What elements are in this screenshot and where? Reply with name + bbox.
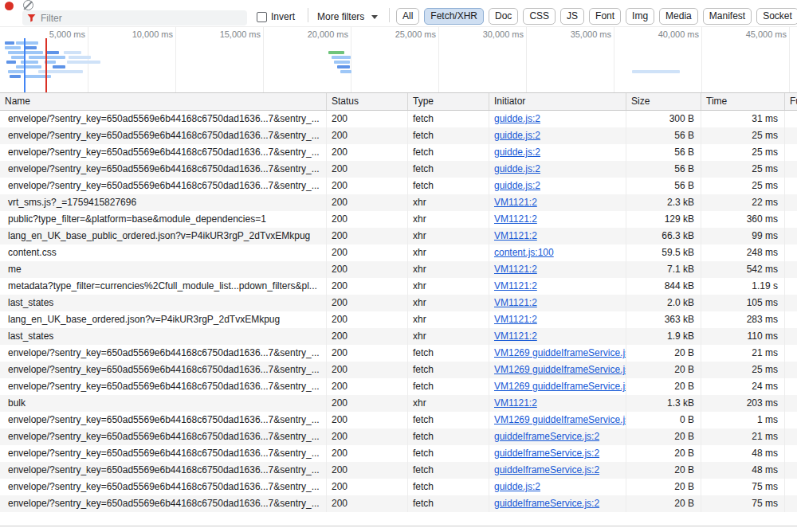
initiator-link[interactable]: guidde.js:2 <box>494 130 540 141</box>
table-row[interactable]: last_states 200 xhr VM1121:2 1.9 kB 110 … <box>0 328 797 345</box>
request-fulfilled <box>785 412 797 428</box>
initiator-link[interactable]: VM1121:2 <box>494 314 537 325</box>
table-row[interactable]: envelope/?sentry_key=650ad5569e6b44168c6… <box>0 178 797 194</box>
initiator-link[interactable]: VM1121:2 <box>494 297 537 308</box>
table-row[interactable]: envelope/?sentry_key=650ad5569e6b44168c6… <box>0 412 797 428</box>
table-row[interactable]: last_states 200 xhr VM1121:2 2.0 kB 105 … <box>0 295 797 311</box>
initiator-link[interactable]: guidde.js:2 <box>494 163 540 174</box>
initiator-link[interactable]: VM1121:2 <box>494 397 537 409</box>
request-time: 21 ms <box>701 345 785 362</box>
table-row[interactable]: lang_en_UK_base_ordered.json?v=P4ikUR3rg… <box>0 311 797 328</box>
request-name: envelope/?sentry_key=650ad5569e6b44168c6… <box>0 111 327 127</box>
record-icon[interactable] <box>5 2 14 10</box>
request-type: xhr <box>408 278 489 295</box>
request-size: 59.5 kB <box>626 244 701 261</box>
column-header-init[interactable]: Initiator <box>489 93 626 110</box>
table-row[interactable]: envelope/?sentry_key=650ad5569e6b44168c6… <box>0 161 797 178</box>
request-time: 1 ms <box>701 412 785 428</box>
table-row[interactable]: envelope/?sentry_key=650ad5569e6b44168c6… <box>0 378 797 395</box>
filter-chip-socket[interactable]: Socket <box>756 8 797 25</box>
invert-checkbox[interactable] <box>257 12 267 22</box>
table-row[interactable]: envelope/?sentry_key=650ad5569e6b44168c6… <box>0 111 797 127</box>
invert-filter-control[interactable]: Invert <box>257 11 295 22</box>
initiator-link[interactable]: VM1121:2 <box>494 331 537 342</box>
overview-request-bar <box>67 61 100 64</box>
initiator-link[interactable]: VM1269 guiddeIframeService.js <box>494 381 626 392</box>
table-row[interactable]: envelope/?sentry_key=650ad5569e6b44168c6… <box>0 144 797 161</box>
filter-chip-font[interactable]: Font <box>589 8 621 25</box>
initiator-link[interactable]: VM1121:2 <box>494 264 537 275</box>
initiator-link[interactable]: guiddeIframeService.js:2 <box>494 431 599 442</box>
table-row[interactable]: lang_en_UK_base_public_ordered.json?v=P4… <box>0 228 797 244</box>
request-fulfilled <box>785 211 797 228</box>
column-header-time[interactable]: Time <box>701 93 785 110</box>
table-row[interactable]: public?type_filter=&platform=base&module… <box>0 211 797 228</box>
filter-chip-js[interactable]: JS <box>560 8 584 25</box>
request-status: 200 <box>327 127 408 144</box>
filter-box[interactable] <box>22 10 247 25</box>
request-fulfilled <box>785 328 797 345</box>
initiator-link[interactable]: VM1269 guiddeIframeService.js <box>494 364 626 375</box>
table-row[interactable]: envelope/?sentry_key=650ad5569e6b44168c6… <box>0 479 797 495</box>
initiator-link[interactable]: guidde.js:2 <box>494 147 540 158</box>
initiator-link[interactable]: VM1121:2 <box>494 213 537 225</box>
table-row[interactable]: envelope/?sentry_key=650ad5569e6b44168c6… <box>0 127 797 144</box>
initiator-link[interactable]: guiddeIframeService.js:2 <box>494 448 599 459</box>
table-row[interactable]: envelope/?sentry_key=650ad5569e6b44168c6… <box>0 345 797 362</box>
request-fulfilled <box>785 462 797 479</box>
filter-chip-media[interactable]: Media <box>659 8 698 25</box>
initiator-link[interactable]: content.js:100 <box>494 247 554 258</box>
table-row[interactable]: envelope/?sentry_key=650ad5569e6b44168c6… <box>0 428 797 445</box>
filter-chip-all[interactable]: All <box>396 8 419 25</box>
initiator-link[interactable]: guidde.js:2 <box>494 113 540 124</box>
initiator-link[interactable]: VM1269 guiddeIframeService.js <box>494 347 626 358</box>
overview-request-bar <box>8 51 43 54</box>
filter-chip-doc[interactable]: Doc <box>489 8 518 25</box>
clear-network-log-icon[interactable] <box>23 0 33 10</box>
initiator-link[interactable]: VM1121:2 <box>494 197 537 208</box>
column-header-type[interactable]: Type <box>408 93 489 110</box>
filter-chip-css[interactable]: CSS <box>523 8 556 25</box>
initiator-link[interactable]: guidde.js:2 <box>494 180 540 191</box>
request-initiator-cell: VM1121:2 <box>489 295 626 311</box>
initiator-link[interactable]: VM1269 guiddeIframeService.js <box>494 414 626 425</box>
initiator-link[interactable]: VM1121:2 <box>494 280 537 291</box>
request-size: 56 B <box>626 127 701 144</box>
column-header-fu[interactable]: Fu <box>785 93 797 110</box>
network-overview-waterfall[interactable]: 5,000 ms10,000 ms15,000 ms20,000 ms25,00… <box>0 27 797 93</box>
filter-chip-fetch-xhr[interactable]: Fetch/XHR <box>424 8 484 25</box>
table-row[interactable]: envelope/?sentry_key=650ad5569e6b44168c6… <box>0 462 797 479</box>
request-time: 110 ms <box>701 328 785 345</box>
table-row[interactable]: envelope/?sentry_key=650ad5569e6b44168c6… <box>0 445 797 462</box>
initiator-link[interactable]: guiddeIframeService.js:2 <box>494 464 599 475</box>
table-row[interactable]: envelope/?sentry_key=650ad5569e6b44168c6… <box>0 495 797 512</box>
overview-request-bar <box>29 56 65 59</box>
table-row[interactable]: me 200 xhr VM1121:2 7.1 kB 542 ms <box>0 261 797 278</box>
request-name: envelope/?sentry_key=650ad5569e6b44168c6… <box>0 462 327 479</box>
requests-table-header: NameStatusTypeInitiatorSizeTimeFu <box>0 93 797 111</box>
table-row[interactable]: content.css 200 xhr content.js:100 59.5 … <box>0 244 797 261</box>
ruler-tick-label: 25,000 ms <box>395 29 436 39</box>
request-initiator-cell: guiddeIframeService.js:2 <box>489 495 626 512</box>
column-header-name[interactable]: Name <box>0 93 327 110</box>
table-row[interactable]: bulk 200 xhr VM1121:2 1.3 kB 203 ms <box>0 395 797 412</box>
request-initiator-cell: guidde.js:2 <box>489 127 626 144</box>
filter-chip-img[interactable]: Img <box>626 8 654 25</box>
request-initiator-cell: VM1121:2 <box>489 278 626 295</box>
table-row[interactable]: envelope/?sentry_key=650ad5569e6b44168c6… <box>0 362 797 378</box>
ruler-tick-label: 45,000 ms <box>746 29 787 39</box>
request-name: content.css <box>0 244 327 261</box>
column-header-status[interactable]: Status <box>327 93 408 110</box>
ruler-gridline <box>614 27 614 92</box>
filter-chip-manifest[interactable]: Manifest <box>703 8 752 25</box>
more-filters-button[interactable]: More filters <box>317 11 378 22</box>
initiator-link[interactable]: guidde.js:2 <box>494 481 540 492</box>
filter-input[interactable] <box>41 13 242 24</box>
ruler-gridline <box>263 27 264 92</box>
initiator-link[interactable]: guiddeIframeService.js:2 <box>494 498 599 509</box>
toolbar-divider <box>308 8 308 22</box>
initiator-link[interactable]: VM1121:2 <box>494 230 537 241</box>
table-row[interactable]: vrt_sms.js?_=1759415827696 200 xhr VM112… <box>0 194 797 211</box>
table-row[interactable]: metadata?type_filter=currencies%2Cfull_m… <box>0 278 797 295</box>
column-header-size[interactable]: Size <box>626 93 701 110</box>
